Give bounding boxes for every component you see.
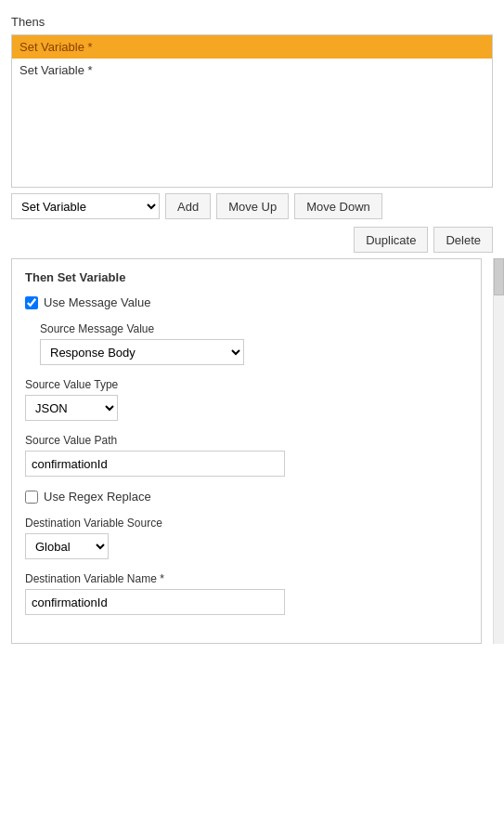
source-message-value-label: Source Message Value xyxy=(40,322,468,335)
destination-variable-source-label: Destination Variable Source xyxy=(25,517,468,530)
use-message-value-row: Use Message Value xyxy=(25,295,468,309)
destination-variable-source-field: Destination Variable Source Global Local… xyxy=(25,517,468,559)
action-select[interactable]: Set Variable Set Header Set Body xyxy=(11,193,160,219)
toolbar-row-2: Duplicate Delete xyxy=(0,225,504,258)
toolbar-row-1: Set Variable Set Header Set Body Add Mov… xyxy=(0,188,504,225)
source-value-type-field: Source Value Type JSON XML Text xyxy=(25,378,468,421)
then-set-variable-panel: Then Set Variable Use Message Value Sour… xyxy=(11,258,482,644)
page-container: Thens Set Variable * Set Variable * Set … xyxy=(0,0,504,644)
use-regex-replace-checkbox[interactable] xyxy=(25,491,38,504)
source-value-type-label: Source Value Type xyxy=(25,378,468,391)
destination-variable-source-select[interactable]: Global Local Session xyxy=(25,533,109,559)
destination-variable-name-label: Destination Variable Name * xyxy=(25,572,468,585)
duplicate-button[interactable]: Duplicate xyxy=(354,227,428,253)
destination-variable-name-input[interactable] xyxy=(25,589,285,615)
use-message-value-checkbox[interactable] xyxy=(25,296,38,309)
move-down-button[interactable]: Move Down xyxy=(294,193,382,219)
list-item-1[interactable]: Set Variable * xyxy=(12,59,492,82)
destination-variable-name-field: Destination Variable Name * xyxy=(25,572,468,615)
move-up-button[interactable]: Move Up xyxy=(216,193,289,219)
source-value-path-label: Source Value Path xyxy=(25,434,468,447)
list-box: Set Variable * Set Variable * xyxy=(11,34,493,188)
use-regex-replace-row: Use Regex Replace xyxy=(25,490,468,504)
scrollbar-thumb[interactable] xyxy=(494,258,504,295)
use-message-value-label[interactable]: Use Message Value xyxy=(44,295,150,309)
source-value-path-input[interactable] xyxy=(25,451,285,477)
delete-button[interactable]: Delete xyxy=(433,227,493,253)
thens-label: Thens xyxy=(0,11,504,34)
panel-title: Then Set Variable xyxy=(25,270,468,284)
list-item-0[interactable]: Set Variable * xyxy=(12,35,492,59)
use-regex-replace-label[interactable]: Use Regex Replace xyxy=(44,490,151,504)
add-button[interactable]: Add xyxy=(165,193,211,219)
source-value-path-field: Source Value Path xyxy=(25,434,468,477)
source-message-value-field: Source Message Value Response Body Reque… xyxy=(25,322,468,365)
source-message-value-select[interactable]: Response Body Request Body Response Head… xyxy=(40,339,244,365)
source-value-type-select[interactable]: JSON XML Text xyxy=(25,395,118,421)
scrollbar-track xyxy=(493,258,504,644)
panel-area: Then Set Variable Use Message Value Sour… xyxy=(0,258,504,644)
